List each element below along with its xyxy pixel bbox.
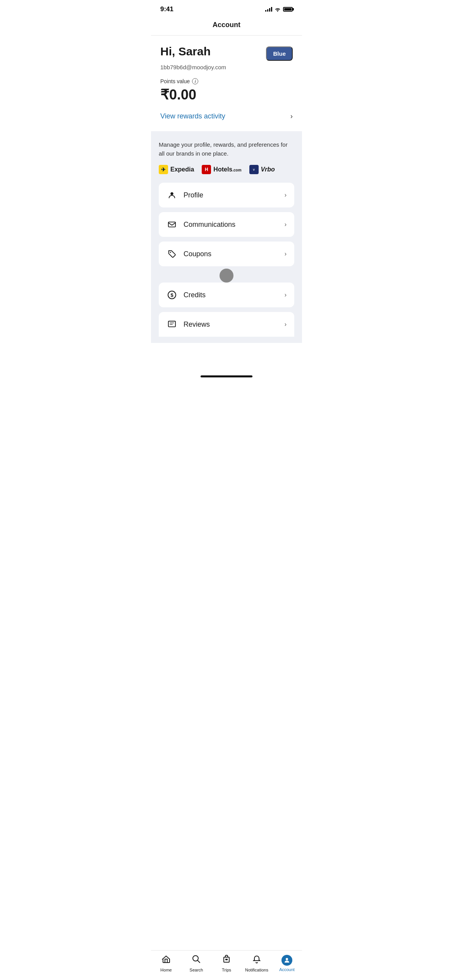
reviews-icon xyxy=(166,319,177,330)
hotels-name: Hotels.com xyxy=(213,166,241,173)
status-bar: 9:41 xyxy=(151,0,302,16)
scroll-indicator xyxy=(220,269,233,283)
rewards-link-text: View rewards activity xyxy=(160,112,225,120)
menu-item-profile[interactable]: Profile › xyxy=(159,183,294,207)
status-icons xyxy=(265,7,293,12)
user-row: Hi, Sarah Blue xyxy=(160,45,293,61)
battery-icon xyxy=(283,7,293,12)
svg-text:$: $ xyxy=(170,292,173,298)
rewards-link[interactable]: View rewards activity › xyxy=(160,111,293,120)
menu-item-coupons[interactable]: Coupons › xyxy=(159,242,294,266)
greeting-block: Hi, Sarah xyxy=(160,45,211,58)
vrbo-logo: V xyxy=(249,165,259,174)
signal-icon xyxy=(265,7,272,12)
user-email: 1bb79b6d@moodjoy.com xyxy=(160,64,293,70)
manage-description: Manage your profile, rewards, and prefer… xyxy=(159,140,294,158)
top-section: Hi, Sarah Blue 1bb79b6d@moodjoy.com Poin… xyxy=(151,36,302,131)
svg-point-2 xyxy=(170,252,171,253)
menu-item-reviews[interactable]: Reviews › xyxy=(159,312,294,337)
credits-chevron-icon: › xyxy=(285,291,287,298)
rewards-chevron-icon: › xyxy=(290,112,293,120)
page-header: Account xyxy=(151,16,302,36)
communications-label: Communications xyxy=(184,221,235,229)
points-value: ₹0.00 xyxy=(160,87,293,103)
brand-vrbo: V Vrbo xyxy=(249,165,275,174)
profile-label: Profile xyxy=(184,191,203,199)
tag-icon xyxy=(166,248,177,259)
wifi-icon xyxy=(275,7,281,12)
profile-chevron-icon: › xyxy=(285,192,287,199)
person-icon xyxy=(166,190,177,200)
svg-rect-5 xyxy=(168,321,175,327)
vrbo-name: Vrbo xyxy=(261,166,275,173)
coupons-label: Coupons xyxy=(184,250,211,258)
status-time: 9:41 xyxy=(160,5,173,13)
home-indicator xyxy=(201,375,252,377)
svg-point-0 xyxy=(170,192,173,195)
dollar-icon: $ xyxy=(166,290,177,300)
hotels-logo: H xyxy=(202,165,211,174)
menu-item-credits[interactable]: $ Credits › xyxy=(159,283,294,307)
info-icon[interactable]: i xyxy=(192,78,198,84)
reviews-label: Reviews xyxy=(184,320,210,329)
svg-rect-1 xyxy=(168,222,175,227)
greeting-text: Hi, Sarah xyxy=(160,45,211,58)
credits-label: Credits xyxy=(184,291,206,299)
menu-item-communications[interactable]: Communications › xyxy=(159,212,294,237)
brand-hotels: H Hotels.com xyxy=(202,165,241,174)
coupons-chevron-icon: › xyxy=(285,250,287,257)
expedia-logo: ✈ xyxy=(159,165,168,174)
communications-chevron-icon: › xyxy=(285,221,287,228)
mail-icon xyxy=(166,219,177,230)
brands-row: ✈ Expedia H Hotels.com V Vrbo xyxy=(159,165,294,174)
reviews-chevron-icon: › xyxy=(285,321,287,328)
brand-expedia: ✈ Expedia xyxy=(159,165,194,174)
expedia-name: Expedia xyxy=(170,166,194,173)
blue-badge-button[interactable]: Blue xyxy=(266,46,293,61)
page-title: Account xyxy=(213,21,240,29)
gray-section: Manage your profile, rewards, and prefer… xyxy=(151,131,302,343)
points-label: Points value i xyxy=(160,78,293,84)
